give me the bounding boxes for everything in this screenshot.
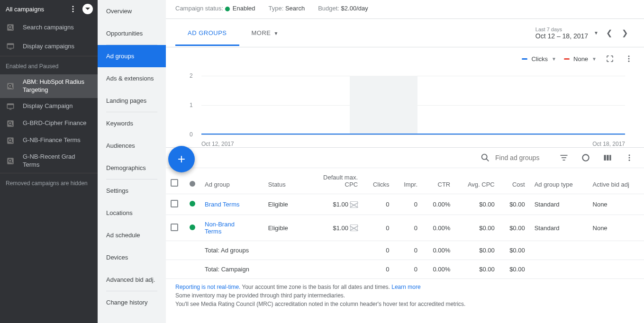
filter-icon[interactable] (559, 153, 569, 163)
search-icon (6, 81, 15, 91)
svg-rect-33 (604, 155, 606, 161)
sidebar-title[interactable]: All campaigns (6, 6, 68, 13)
nav-item-landing-pages[interactable]: Landing pages (98, 90, 166, 112)
caret-down-icon: ▼ (274, 31, 279, 36)
col-default-max-cpc[interactable]: Default max. CPC (299, 168, 363, 194)
search-icon (6, 23, 15, 32)
caret-down-icon[interactable]: ▼ (594, 30, 599, 36)
cell-ctr: 0.00% (422, 194, 455, 215)
svg-rect-31 (563, 160, 565, 161)
cell-type: Standard (530, 215, 588, 241)
bid-landscape-icon[interactable] (350, 201, 358, 208)
chart-plot-area[interactable] (201, 76, 625, 135)
date-next-icon[interactable]: ❯ (620, 27, 630, 39)
nav-item-opportunities[interactable]: Opportunities (98, 22, 166, 45)
sidebar-menu-icon[interactable] (68, 4, 78, 14)
columns-icon[interactable] (602, 153, 613, 163)
enabled-dot-icon (225, 7, 230, 11)
realtime-link[interactable]: Reporting is not real-time. (175, 284, 240, 290)
sidebar-item-search-campaigns[interactable]: Search campaigns (0, 18, 98, 37)
sidebar-campaign-item[interactable]: ABM: HubSpot Radius Targeting (0, 74, 98, 98)
table-row: Non-Brand TermsEligible$1.00 000.00%$0.0… (166, 215, 644, 241)
sidebar-item-display-campaigns[interactable]: Display campaigns (0, 37, 98, 56)
chart-menu-icon[interactable] (623, 53, 635, 64)
nav-item-keywords[interactable]: Keywords (98, 112, 166, 135)
sidebar-campaign-item[interactable]: G-NB-Finance Terms (0, 132, 98, 149)
svg-rect-8 (9, 49, 12, 50)
col-ad-group[interactable]: Ad group (200, 168, 263, 194)
plus-icon: + (178, 152, 185, 167)
sidebar-campaign-item[interactable]: G-BRD-Cipher Finance (0, 115, 98, 132)
nav-item-ad-schedule[interactable]: Ad schedule (98, 224, 166, 246)
svg-rect-35 (609, 155, 611, 161)
svg-rect-14 (9, 109, 12, 110)
row-checkbox[interactable] (171, 200, 178, 207)
nav-item-demographics[interactable]: Demographics (98, 157, 166, 179)
sidebar-item-label: G-BRD-Cipher Finance (23, 119, 92, 127)
chart-series-line (201, 134, 625, 135)
nav-item-advanced-bid-adj-[interactable]: Advanced bid adj. (98, 269, 166, 291)
chart-x-tick: Oct 12, 2017 (201, 141, 234, 147)
col-impr[interactable]: Impr. (394, 168, 423, 194)
svg-rect-34 (607, 155, 608, 161)
search-icon (6, 119, 15, 128)
expand-icon[interactable] (604, 53, 616, 64)
cell-bidadj: None (588, 194, 644, 215)
svg-rect-30 (562, 157, 566, 158)
cell-status: Eligible (263, 194, 299, 215)
col-avg-cpc[interactable]: Avg. CPC (455, 168, 499, 194)
date-range-button[interactable]: Last 7 days Oct 12 – 18, 2017 (535, 27, 588, 40)
refresh-icon[interactable] (581, 153, 591, 163)
row-checkbox[interactable] (171, 224, 178, 231)
nav-item-ads-extensions[interactable]: Ads & extensions (98, 67, 166, 90)
status-header-icon[interactable] (190, 181, 195, 187)
col-ad-group-type[interactable]: Ad group type (530, 168, 588, 194)
col-active-bid-adj[interactable]: Active bid adj (588, 168, 644, 194)
sidebar-item-label: G-NB-Recent Grad Terms (23, 153, 92, 169)
search-icon[interactable] (480, 153, 490, 163)
ad-group-link[interactable]: Non-Brand Terms (205, 221, 247, 235)
ad-group-link[interactable]: Brand Terms (205, 201, 239, 208)
col-status[interactable]: Status (263, 168, 299, 194)
nav-item-settings[interactable]: Settings (98, 179, 166, 202)
sidebar-section-label: Enabled and Paused (0, 56, 98, 74)
account-avatar-icon[interactable] (82, 4, 93, 14)
add-ad-group-button[interactable]: + (168, 146, 195, 172)
svg-point-26 (628, 61, 630, 62)
svg-point-32 (582, 154, 589, 161)
chart-y-tick: 1 (190, 102, 193, 108)
svg-point-24 (628, 55, 630, 57)
svg-point-1 (73, 9, 74, 10)
col-ctr[interactable]: CTR (422, 168, 455, 194)
col-cost[interactable]: Cost (499, 168, 530, 194)
nav-item-locations[interactable]: Locations (98, 202, 166, 224)
metric-b-selector[interactable]: None ▼ (564, 55, 597, 63)
nav-item-ad-groups[interactable]: Ad groups (98, 45, 166, 67)
sidebar-campaign-item[interactable]: G-NB-Recent Grad Terms (0, 149, 98, 173)
select-all-checkbox[interactable] (171, 179, 178, 187)
nav-item-change-history[interactable]: Change history (98, 291, 166, 314)
bid-landscape-icon[interactable] (350, 224, 358, 231)
tab-ad-groups[interactable]: AD GROUPS (175, 20, 239, 46)
nav-item-audiences[interactable]: Audiences (98, 135, 166, 157)
sidebar-item-label: Search campaigns (23, 24, 92, 32)
col-clicks[interactable]: Clicks (363, 168, 394, 194)
date-prev-icon[interactable]: ❮ (604, 27, 614, 39)
svg-line-28 (486, 159, 489, 161)
status-dot-icon[interactable] (190, 201, 195, 206)
cell-cost: $0.00 (499, 194, 530, 215)
type-label: Type: (269, 5, 284, 12)
table-menu-icon[interactable] (624, 153, 635, 163)
metric-a-selector[interactable]: Clicks ▼ (522, 55, 556, 63)
svg-rect-9 (7, 83, 14, 90)
cell-status: Eligible (263, 215, 299, 241)
sidebar-campaign-item[interactable]: Display Campaign (0, 98, 98, 115)
status-dot-icon[interactable] (190, 224, 195, 230)
nav-item-devices[interactable]: Devices (98, 246, 166, 269)
learn-more-link[interactable]: Learn more (391, 284, 420, 290)
campaigns-sidebar: All campaigns Search campaignsDisplay ca… (0, 0, 98, 323)
nav-item-overview[interactable]: Overview (98, 0, 166, 22)
search-input[interactable] (495, 154, 547, 162)
cell-impr: 0 (394, 215, 423, 241)
tab-more[interactable]: MORE▼ (239, 20, 291, 46)
